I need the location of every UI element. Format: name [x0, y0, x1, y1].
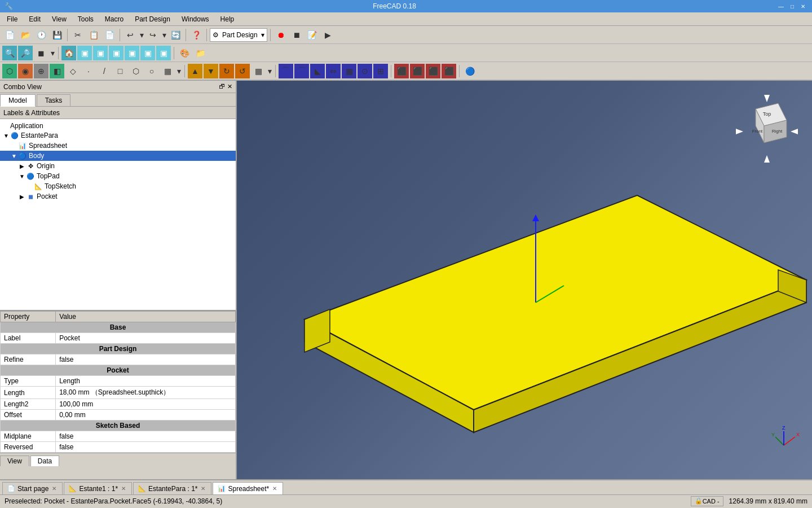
menu-item-file[interactable]: File — [2, 14, 22, 24]
combo-close-btn[interactable]: ✕ — [227, 83, 232, 90]
menu-item-windows[interactable]: Windows — [177, 14, 214, 24]
cut-button[interactable]: ✂ — [70, 28, 85, 42]
tab-close-btn[interactable]: ✕ — [120, 485, 127, 492]
fit-all-button[interactable]: 🔍 — [2, 46, 17, 60]
undo-dropdown[interactable]: ▾ — [139, 28, 144, 42]
circle-btn[interactable]: ○ — [144, 64, 159, 78]
line-btn[interactable]: / — [97, 64, 112, 78]
open-button[interactable]: 📂 — [18, 28, 33, 42]
point-btn[interactable]: · — [81, 64, 96, 78]
boolean-btn-3[interactable]: ⬛ — [426, 64, 440, 78]
run-macro-button[interactable]: ▶ — [321, 28, 336, 42]
menu-item-macro[interactable]: Macro — [100, 14, 128, 24]
rect-btn[interactable]: □ — [113, 64, 127, 78]
edit-macro-button[interactable]: 📝 — [305, 28, 320, 42]
undo-button[interactable]: ↩ — [123, 28, 138, 42]
new-button[interactable]: 📄 — [2, 28, 17, 42]
more-btn-3[interactable]: ▦ — [251, 64, 266, 78]
partdesign-btn-1[interactable]: ⬡ — [2, 64, 17, 78]
tree-item-body[interactable]: ▼ 🔵 Body — [0, 151, 236, 161]
tab-close-btn[interactable]: ✕ — [271, 485, 278, 492]
copy-button[interactable]: 📋 — [86, 28, 101, 42]
polygon-btn[interactable]: ⬡ — [129, 64, 143, 78]
tab-close-btn[interactable]: ✕ — [51, 485, 58, 492]
draft-btn[interactable]: ◣ — [310, 64, 325, 78]
prop-tab-view[interactable]: View — [0, 456, 29, 466]
fit-selection-button[interactable]: 🔎 — [18, 46, 33, 60]
maximize-button[interactable]: □ — [788, 3, 796, 10]
bottom-tab-estantepara---1-[interactable]: 📐EstantePara : 1*✕ — [133, 482, 211, 494]
partdesign-btn-4[interactable]: ◧ — [50, 64, 64, 78]
pocket-btn[interactable]: ▼ — [204, 64, 218, 78]
right-view-button[interactable]: ▣ — [109, 46, 123, 60]
fillet-btn[interactable]: ⌒ — [279, 64, 293, 78]
open-files-button[interactable]: 📁 — [193, 46, 208, 60]
polar-pattern-btn[interactable]: ⊙ — [358, 64, 372, 78]
viewport[interactable]: Top Front Right X Y Z — [237, 81, 812, 479]
prop-table: Property Value BaseLabelPocketPart Desig… — [0, 311, 236, 453]
bottom-tab-spreadsheet-[interactable]: 📊Spreadsheet*✕ — [213, 482, 283, 494]
textures-button[interactable]: 🎨 — [177, 46, 192, 60]
more-btn-4[interactable]: ▾ — [267, 64, 272, 78]
linear-pattern-btn[interactable]: ▦ — [342, 64, 356, 78]
partdesign-btn-2[interactable]: ◉ — [18, 64, 33, 78]
record-macro-button[interactable]: ⏺ — [273, 28, 288, 42]
menu-item-part design[interactable]: Part Design — [130, 14, 175, 24]
redo-dropdown[interactable]: ▾ — [161, 28, 167, 42]
close-button[interactable]: ✕ — [798, 3, 807, 10]
workbench-selector[interactable]: ⚙ Part Design ▾ — [210, 28, 267, 42]
menu-item-view[interactable]: View — [47, 14, 71, 24]
save-button[interactable]: 💾 — [50, 28, 64, 42]
boolean-btn-1[interactable]: ⬛ — [394, 64, 409, 78]
bottom-view-button[interactable]: ▣ — [156, 46, 171, 60]
recent-button[interactable]: 🕐 — [34, 28, 48, 42]
menu-item-edit[interactable]: Edit — [24, 14, 45, 24]
paste-button[interactable]: 📄 — [102, 28, 117, 42]
help-button[interactable]: ❓ — [189, 28, 204, 42]
sketch-btn[interactable]: ◇ — [65, 64, 80, 78]
icon-topsketch: 📐 — [34, 182, 43, 191]
pad-btn[interactable]: ▲ — [188, 64, 202, 78]
multitransform-btn[interactable]: ⊞ — [373, 64, 388, 78]
tree-item-estantepara[interactable]: ▼ 🔵 EstantePara — [0, 130, 236, 141]
tree-item-topsketch[interactable]: 📐 TopSketch — [0, 181, 236, 191]
boolean-btn-2[interactable]: ⬛ — [410, 64, 425, 78]
more-btn-1[interactable]: ▦ — [160, 64, 175, 78]
chamfer-btn[interactable]: ⌒ — [294, 64, 309, 78]
tree-application: Application — [0, 121, 236, 130]
top-view-button[interactable]: ▣ — [93, 46, 108, 60]
minimize-button[interactable]: — — [776, 3, 786, 10]
tree-item-origin[interactable]: ▶ ✥ Origin — [0, 161, 236, 171]
tree-item-pocket[interactable]: ▶ ◼ Pocket — [0, 191, 236, 202]
tab-close-btn[interactable]: ✕ — [200, 485, 206, 492]
tab-model[interactable]: Model — [0, 94, 36, 107]
mirrored-btn[interactable]: ⇔ — [326, 64, 341, 78]
partdesign-btn-3[interactable]: ⊕ — [34, 64, 48, 78]
more-btn-2[interactable]: ▾ — [176, 64, 182, 78]
combo-restore-btn[interactable]: 🗗 — [219, 83, 225, 90]
home-view-button[interactable]: 🏠 — [61, 46, 76, 60]
tab-tasks[interactable]: Tasks — [37, 94, 71, 106]
prop-tab-data[interactable]: Data — [30, 456, 59, 466]
draw-style-dropdown[interactable]: ▾ — [50, 46, 55, 60]
menu-item-tools[interactable]: Tools — [73, 14, 98, 24]
left-view-button[interactable]: ▣ — [140, 46, 155, 60]
menu-item-help[interactable]: Help — [216, 14, 239, 24]
tree-item-spreadsheet[interactable]: 📊 Spreadsheet — [0, 141, 236, 151]
boolean-btn-4[interactable]: ⬛ — [442, 64, 456, 78]
groove-btn[interactable]: ↺ — [235, 64, 250, 78]
nav-cube[interactable]: Top Front Right — [733, 92, 795, 165]
redo-button[interactable]: ↪ — [145, 28, 160, 42]
draw-style-button[interactable]: ◼ — [34, 46, 48, 60]
bottom-tab-start-page[interactable]: 📄Start page✕ — [2, 482, 63, 494]
stop-macro-button[interactable]: ⏹ — [289, 28, 304, 42]
tab-label: Spreadsheet* — [228, 485, 269, 493]
cad-icon: 🔒 — [695, 497, 703, 505]
shape-btn[interactable]: 🔵 — [462, 64, 477, 78]
rear-view-button[interactable]: ▣ — [125, 46, 139, 60]
tree-item-toppad[interactable]: ▼ 🔵 TopPad — [0, 171, 236, 181]
refresh-button[interactable]: 🔄 — [168, 28, 183, 42]
front-view-button[interactable]: ▣ — [77, 46, 92, 60]
revolve-btn[interactable]: ↻ — [219, 64, 234, 78]
bottom-tab-estante1---1-[interactable]: 📐Estante1 : 1*✕ — [64, 482, 132, 494]
